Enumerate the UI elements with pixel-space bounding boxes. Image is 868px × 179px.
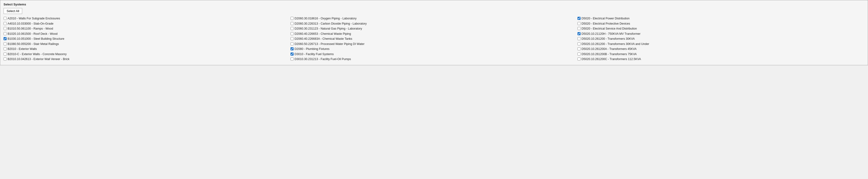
checkbox-label: B2010-C - Exterior Walls - Concrete Maso… bbox=[7, 52, 67, 56]
panel-title: Select Systems bbox=[4, 3, 864, 6]
checkbox-B2010_042613[interactable] bbox=[4, 57, 7, 60]
list-item: D2060.40.226683A - Chemical Waste Tanks bbox=[290, 37, 578, 42]
list-item: D5020.10.261200 - Transformers 30KVA and… bbox=[578, 42, 864, 47]
checkbox-D5020_261200A[interactable] bbox=[578, 47, 581, 50]
checkbox-label: D5020.10.261200 - Transformers 30KVA bbox=[582, 37, 635, 41]
checkbox-label: B1020.10.061500 - Roof Deck - Wood bbox=[7, 32, 58, 36]
list-item: D5020 - Electrical Protective Devices bbox=[578, 22, 864, 26]
checkbox-B1020[interactable] bbox=[4, 32, 7, 35]
checkbox-label: D2060.30.018616 - Oxygen Piping - Labora… bbox=[294, 17, 356, 21]
checkbox-D3010_231213[interactable] bbox=[290, 57, 293, 60]
checkbox-label: D5020 - Electrical Power Distribution bbox=[582, 17, 630, 21]
checkbox-label: D2080 - Plumbing Fixtures bbox=[294, 47, 330, 51]
checkbox-label: D2060.40.226683A - Chemical Waste Tanks bbox=[294, 37, 352, 41]
list-item: D3010.30.231213 - Facility Fuel-Oil Pump… bbox=[290, 57, 578, 62]
checkbox-label: B1010.50.061100 - Ramps - Wood bbox=[7, 27, 53, 31]
systems-columns: A2010 - Walls For Subgrade EnclosuresA40… bbox=[4, 16, 864, 62]
checkbox-D3010[interactable] bbox=[290, 52, 293, 56]
checkbox-label: A2010 - Walls For Subgrade Enclosures bbox=[7, 17, 60, 21]
list-item: D2060.30.226313 - Carbon Dioxide Piping … bbox=[290, 22, 578, 26]
list-item: D5020.10.21120H - 750KVA MV Transformer bbox=[578, 32, 864, 36]
checkbox-D2080[interactable] bbox=[290, 47, 293, 50]
list-item: A2010 - Walls For Subgrade Enclosures bbox=[4, 16, 290, 21]
list-item: D2060.30.231123 - Natural Gas Piping - L… bbox=[290, 26, 578, 31]
list-item: B2010 - Exterior Walls bbox=[4, 47, 290, 52]
checkbox-label: D2060.50.226713 - Processed Water Piping… bbox=[294, 42, 364, 46]
checkbox-label: D3010.30.231213 - Facility Fuel-Oil Pump… bbox=[294, 57, 351, 61]
checkbox-label: B1080.50.055200 - Stair Metal Railings bbox=[7, 42, 59, 46]
checkbox-label: B2010 - Exterior Walls bbox=[7, 47, 37, 51]
list-item: D5020.10.261200B - Transformers 75KVA bbox=[578, 52, 864, 57]
checkbox-label: D2060.30.226313 - Carbon Dioxide Piping … bbox=[294, 22, 367, 26]
column-2: D2060.30.018616 - Oxygen Piping - Labora… bbox=[290, 16, 578, 62]
checkbox-D2060_226713[interactable] bbox=[290, 42, 293, 45]
select-systems-panel: Select Systems Select All A2010 - Walls … bbox=[0, 0, 868, 65]
checkbox-label: D5020 - Electrical Service And Distribut… bbox=[582, 27, 637, 31]
list-item: B2010.10.042613 - Exterior Wall Veneer -… bbox=[4, 57, 290, 62]
checkbox-B2010[interactable] bbox=[4, 47, 7, 50]
list-item: A4010.10.033000 - Slab-On-Grade bbox=[4, 22, 290, 26]
checkbox-label: D5020.10.21120H - 750KVA MV Transformer bbox=[582, 32, 641, 36]
checkbox-label: D2060.30.231123 - Natural Gas Piping - L… bbox=[294, 27, 362, 31]
checkbox-D2060_231123[interactable] bbox=[290, 27, 293, 30]
checkbox-D2060_226313[interactable] bbox=[290, 22, 293, 25]
list-item: B1010.50.061100 - Ramps - Wood bbox=[4, 26, 290, 31]
checkbox-D2060_226653[interactable] bbox=[290, 32, 293, 35]
list-item: D2060.40.226653 - Chemical Waste Piping bbox=[290, 32, 578, 36]
checkbox-D5020_261200_under[interactable] bbox=[578, 42, 581, 45]
list-item: D2080 - Plumbing Fixtures bbox=[290, 47, 578, 52]
checkbox-D5020_21120H[interactable] bbox=[578, 32, 581, 35]
checkbox-D5020[interactable] bbox=[578, 17, 581, 20]
checkbox-D5020_261200[interactable] bbox=[578, 37, 581, 40]
list-item: D2060.30.018616 - Oxygen Piping - Labora… bbox=[290, 16, 578, 21]
checkbox-label: D5020 - Electrical Protective Devices bbox=[582, 22, 630, 26]
checkbox-B1080[interactable] bbox=[4, 42, 7, 45]
list-item: D5020 - Electrical Power Distribution bbox=[578, 16, 864, 21]
list-item: B1020.10.061500 - Roof Deck - Wood bbox=[4, 32, 290, 36]
list-item: D5020.10.261200 - Transformers 30KVA bbox=[578, 37, 864, 42]
checkbox-label: D5020.10.261200C - Transformers 112.5KVA bbox=[582, 57, 641, 61]
checkbox-A2010[interactable] bbox=[4, 17, 7, 20]
column-1: A2010 - Walls For Subgrade EnclosuresA40… bbox=[4, 16, 290, 62]
checkbox-label: D2060.40.226653 - Chemical Waste Piping bbox=[294, 32, 351, 36]
list-item: D3010 - Facility Fuel Systems bbox=[290, 52, 578, 57]
checkbox-D5020_261200B[interactable] bbox=[578, 52, 581, 56]
checkbox-D2060_226683A[interactable] bbox=[290, 37, 293, 40]
checkbox-B1030[interactable] bbox=[4, 37, 7, 40]
checkbox-A4010[interactable] bbox=[4, 22, 7, 25]
checkbox-D2060_018616[interactable] bbox=[290, 17, 293, 20]
list-item: B1030.10.051000 - Steel Building Structu… bbox=[4, 37, 290, 42]
checkbox-label: D5020.10.261200 - Transformers 30KVA and… bbox=[582, 42, 649, 46]
column-3: D5020 - Electrical Power DistributionD50… bbox=[578, 16, 864, 62]
list-item: B1080.50.055200 - Stair Metal Railings bbox=[4, 42, 290, 47]
list-item: D5020.10.261200A - Transformers 45KVA bbox=[578, 47, 864, 52]
checkbox-label: D5020.10.261200A - Transformers 45KVA bbox=[582, 47, 637, 51]
checkbox-label: B1030.10.051000 - Steel Building Structu… bbox=[7, 37, 64, 41]
list-item: D5020 - Electrical Service And Distribut… bbox=[578, 26, 864, 31]
checkbox-label: B2010.10.042613 - Exterior Wall Veneer -… bbox=[7, 57, 69, 61]
list-item: B2010-C - Exterior Walls - Concrete Maso… bbox=[4, 52, 290, 57]
checkbox-label: D5020.10.261200B - Transformers 75KVA bbox=[582, 52, 637, 56]
checkbox-label: D3010 - Facility Fuel Systems bbox=[294, 52, 334, 56]
select-all-button[interactable]: Select All bbox=[4, 8, 22, 14]
checkbox-label: A4010.10.033000 - Slab-On-Grade bbox=[7, 22, 54, 26]
checkbox-B2010C[interactable] bbox=[4, 52, 7, 56]
checkbox-D5020_service[interactable] bbox=[578, 27, 581, 30]
list-item: D5020.10.261200C - Transformers 112.5KVA bbox=[578, 57, 864, 62]
checkbox-B1010_50[interactable] bbox=[4, 27, 7, 30]
list-item: D2060.50.226713 - Processed Water Piping… bbox=[290, 42, 578, 47]
checkbox-D5020_protective[interactable] bbox=[578, 22, 581, 25]
checkbox-D5020_261200C[interactable] bbox=[578, 57, 581, 60]
